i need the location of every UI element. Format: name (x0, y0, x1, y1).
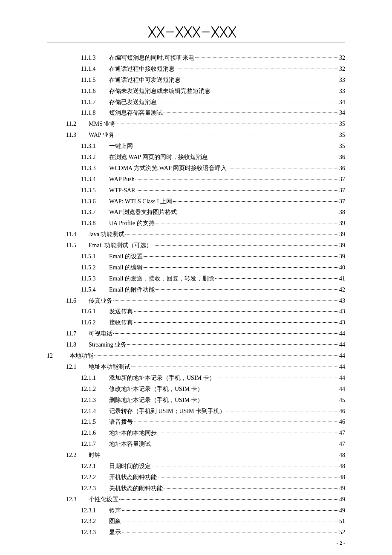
toc-section-number: 11.3.2 (81, 152, 109, 163)
toc-page-number: 46 (339, 406, 345, 417)
toc-entry[interactable]: 11.1.7存储已发送短消息34 (81, 97, 345, 108)
toc-entry[interactable]: 12.1地址本功能测试44 (66, 361, 345, 373)
toc-section-title: MMS 业务 (89, 119, 116, 130)
toc-page-number: 39 (339, 251, 345, 262)
toc-section-number: 11.3.5 (81, 185, 109, 196)
toc-entry[interactable]: 11.6传真业务43 (66, 295, 345, 306)
toc-entry[interactable]: 11.3.8UA Profile 的支持39 (81, 218, 345, 229)
toc-section-number: 12.3.1 (81, 505, 109, 516)
toc-entry[interactable]: 12.1.7地址本容量测试47 (81, 439, 345, 450)
toc-entry[interactable]: 11.5Email 功能测试（可选）39 (66, 240, 345, 251)
toc-entry[interactable]: 12.3.3显示52 (81, 527, 345, 538)
toc-page-number: 44 (339, 361, 345, 373)
toc-entry[interactable]: 11.5.4Email 的附件功能42 (81, 284, 345, 295)
toc-entry[interactable]: 11.6.1发送传真43 (81, 306, 345, 317)
toc-entry[interactable]: 11.3.1一键上网35 (81, 141, 345, 152)
toc-entry[interactable]: 11.8Streaming 业务44 (66, 339, 345, 350)
toc-section-title: 日期时间的设定 (109, 461, 151, 472)
header-logo-xx-xxx-xxx (148, 26, 244, 38)
toc-entry[interactable]: 12.1.6地址本的本地同步47 (81, 428, 345, 439)
toc-section-title: 存储未发送短消息或未编辑完整短消息 (109, 86, 210, 97)
toc-section-title: 铃声 (109, 505, 121, 516)
toc-section-title: 修改地址本记录（手机，USIM 卡） (109, 384, 203, 395)
toc-entry[interactable]: 11.3.4WAP Push37 (81, 174, 345, 185)
toc-entry[interactable]: 12.1.4记录转存（手机到 USIM；USIM 卡到手机）46 (81, 406, 345, 417)
toc-leader-dots (228, 168, 338, 168)
toc-entry[interactable]: 11.3.5WTP-SAR37 (81, 185, 345, 196)
toc-entry[interactable]: 11.1.8短消息存储容量测试34 (81, 107, 345, 119)
toc-page-number: 34 (339, 107, 345, 119)
toc-entry[interactable]: 12.2.3关机状态的闹钟功能49 (81, 483, 345, 494)
toc-section-number: 11.3.4 (81, 174, 109, 185)
toc-section-title: 个性化设置 (89, 494, 118, 505)
toc-section-number: 12.3.3 (81, 527, 109, 538)
toc-entry[interactable]: 11.3WAP 业务35 (66, 130, 345, 141)
toc-page-number: 37 (339, 174, 345, 185)
toc-entry[interactable]: 12.2时钟48 (66, 450, 345, 461)
toc-entry[interactable]: 12.3.2图象51 (81, 516, 345, 527)
toc-entry[interactable]: 11.3.3WCDMA 方式浏览 WAP 网页时接收语音呼入36 (81, 163, 345, 174)
toc-section-title: WCDMA 方式浏览 WAP 网页时接收语音呼入 (109, 163, 227, 174)
toc-entry[interactable]: 11.6.2接收传真43 (81, 317, 345, 328)
toc-section-title: 在通话过程中接收短消息 (109, 64, 175, 75)
toc-section-title: 短消息存储容量测试 (109, 107, 163, 119)
toc-entry[interactable]: 11.3.6WAP: WTLS Class I 上网37 (81, 196, 345, 207)
toc-section-title: 地址本容量测试 (109, 439, 151, 450)
toc-leader-dots (113, 301, 338, 301)
toc-leader-dots (122, 532, 338, 532)
toc-entry[interactable]: 11.3.7WAP 浏览器支持图片格式38 (81, 207, 345, 218)
toc-section-number: 11.3.7 (81, 207, 109, 218)
toc-leader-dots (153, 245, 338, 246)
toc-section-title: Email 功能测试（可选） (89, 240, 152, 251)
toc-entry[interactable]: 11.1.5在通话过程中可发送短消息33 (81, 75, 345, 86)
toc-page-number: 44 (339, 350, 345, 361)
toc-leader-dots (211, 91, 338, 91)
toc-page-number: 49 (339, 494, 345, 505)
toc-section-number: 12.1.6 (81, 428, 109, 439)
toc-entry[interactable]: 11.1.4在通话过程中接收短消息32 (81, 64, 345, 75)
toc-leader-dots (115, 135, 338, 135)
toc-page-number: 39 (339, 240, 345, 251)
toc-entry[interactable]: 11.3.2在浏览 WAP 网页的同时，接收短消息36 (81, 152, 345, 163)
toc-page-number: 41 (339, 273, 345, 284)
toc-section-number: 11.6.2 (81, 317, 109, 328)
toc-leader-dots (136, 190, 338, 191)
toc-entry[interactable]: 11.1.6存储未发送短消息或未编辑完整短消息33 (81, 86, 345, 97)
toc-entry[interactable]: 12.1.3删除地址本记录（手机，USIM 卡）45 (81, 395, 345, 406)
toc-section-title: 删除地址本记录（手机，USIM 卡） (109, 395, 203, 406)
toc-entry[interactable]: 11.1.3在编写短消息的同时,可接听来电32 (81, 52, 345, 64)
toc-section-title: 接收传真 (109, 317, 133, 328)
toc-entry[interactable]: 12.1.1添加新的地址本记录（手机，USIM 卡）44 (81, 373, 345, 384)
toc-leader-dots (125, 234, 338, 234)
toc-section-number: 11.1.7 (81, 97, 109, 108)
toc-section-title: 地址本的本地同步 (109, 428, 157, 439)
toc-section-title: 地址本功能测试 (89, 361, 130, 373)
toc-entry[interactable]: 12本地功能44 (47, 350, 345, 361)
toc-entry[interactable]: 11.5.1Email 的设置39 (81, 251, 345, 262)
toc-entry[interactable]: 11.7可视电话44 (66, 328, 345, 339)
toc-section-title: Email 的发送，接收，回复，转发，删除 (109, 273, 214, 284)
toc-entry[interactable]: 11.5.3Email 的发送，接收，回复，转发，删除41 (81, 273, 345, 284)
toc-leader-dots (156, 289, 338, 290)
toc-entry[interactable]: 12.1.2修改地址本记录（手机，USIM 卡）44 (81, 384, 345, 395)
toc-section-title: 添加新的地址本记录（手机，USIM 卡） (109, 373, 215, 384)
toc-entry[interactable]: 12.2.2开机状态闹钟功能48 (81, 472, 345, 483)
toc-entry[interactable]: 12.3个性化设置49 (66, 494, 345, 505)
toc-leader-dots (134, 146, 338, 146)
toc-leader-dots (135, 179, 338, 179)
toc-entry[interactable]: 12.2.1日期时间的设定48 (81, 461, 345, 472)
toc-section-number: 12.1.1 (81, 373, 109, 384)
toc-section-number: 11.5 (66, 240, 89, 251)
toc-leader-dots (144, 267, 338, 268)
toc-page-number: 32 (339, 52, 345, 64)
toc-entry[interactable]: 12.1.5语音拨号46 (81, 416, 345, 428)
toc-page-number: 47 (339, 439, 345, 450)
toc-leader-dots (176, 69, 338, 69)
toc-entry[interactable]: 11.2MMS 业务35 (66, 119, 345, 130)
toc-entry[interactable]: 11.4Java 功能测试39 (66, 229, 345, 240)
toc-entry[interactable]: 12.3.1铃声49 (81, 505, 345, 516)
toc-leader-dots (158, 102, 338, 102)
toc-entry[interactable]: 11.5.2Email 的编辑40 (81, 262, 345, 273)
toc-section-title: WAP 业务 (89, 130, 115, 141)
toc-section-number: 11.3.1 (81, 141, 109, 152)
